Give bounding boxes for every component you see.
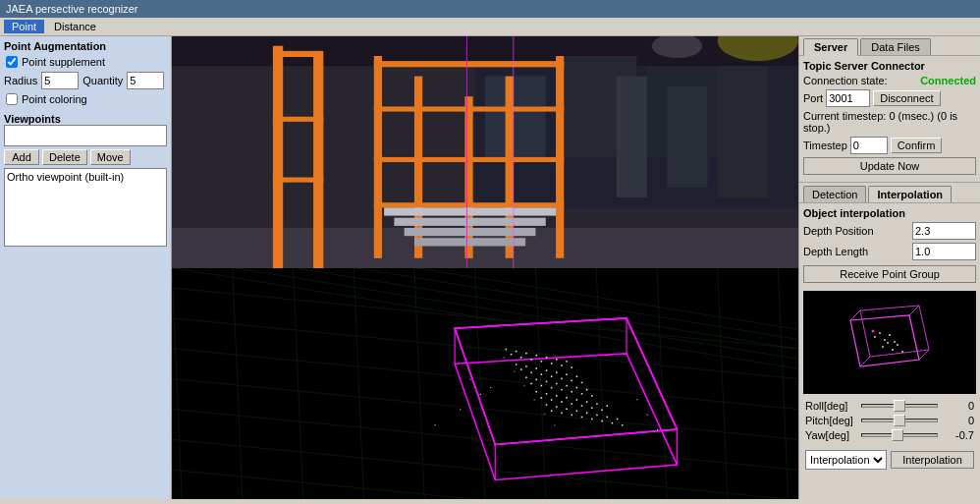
center-area (172, 36, 798, 499)
ortho-viewpoint-label: Ortho viewpoint (built-in) (7, 171, 124, 183)
tab-detection[interactable]: Detection (803, 186, 866, 202)
svg-rect-142 (460, 409, 461, 410)
point-augmentation-title: Point Augmentation (4, 40, 167, 52)
svg-rect-125 (566, 408, 568, 410)
svg-rect-99 (561, 388, 563, 390)
pitch-row: Pitch[deg] 0 (805, 415, 974, 426)
pitch-label: Pitch[deg] (805, 415, 859, 426)
svg-rect-21 (273, 46, 283, 268)
update-now-button[interactable]: Update Now (803, 157, 976, 175)
menubar: Point Distance (0, 18, 980, 36)
viewpoints-list[interactable] (4, 125, 167, 146)
svg-rect-94 (535, 378, 537, 380)
menu-distance[interactable]: Distance (46, 20, 104, 33)
quantity-input[interactable] (127, 72, 164, 89)
yaw-row: Yaw[deg] -0.7 (805, 429, 974, 441)
svg-rect-115 (581, 405, 583, 407)
svg-rect-143 (435, 423, 436, 424)
svg-rect-72 (546, 356, 548, 358)
svg-rect-132 (601, 420, 603, 421)
delete-button[interactable]: Delete (42, 149, 87, 165)
svg-rect-122 (551, 410, 553, 412)
svg-rect-111 (561, 401, 563, 403)
add-button[interactable]: Add (4, 149, 39, 165)
radius-input[interactable] (41, 72, 79, 89)
svg-rect-77 (571, 366, 572, 368)
svg-rect-26 (617, 77, 647, 197)
svg-rect-89 (571, 379, 572, 381)
svg-rect-66 (516, 350, 517, 352)
move-button[interactable]: Move (90, 149, 131, 165)
svg-rect-108 (546, 393, 548, 395)
svg-point-161 (889, 334, 891, 336)
svg-rect-131 (596, 414, 598, 416)
svg-rect-129 (586, 412, 588, 414)
roll-slider[interactable] (861, 404, 938, 408)
camera-view (172, 36, 798, 268)
svg-rect-120 (606, 405, 608, 407)
svg-rect-93 (530, 382, 532, 384)
svg-rect-65 (511, 353, 513, 355)
roll-thumb[interactable] (894, 400, 905, 412)
svg-point-159 (879, 332, 881, 334)
svg-rect-5 (485, 77, 546, 157)
connection-value: Connected (920, 75, 976, 86)
viewpoints-box: Ortho viewpoint (built-in) (4, 168, 167, 247)
connection-label: Connection state: (803, 75, 888, 86)
svg-rect-117 (591, 407, 593, 409)
svg-rect-138 (480, 394, 481, 395)
svg-rect-147 (523, 384, 525, 386)
svg-rect-88 (566, 373, 568, 375)
pitch-slider[interactable] (861, 419, 938, 422)
timestep-input[interactable] (850, 137, 888, 154)
svg-rect-104 (586, 388, 588, 390)
radius-row: Radius Quantity (4, 72, 167, 89)
svg-rect-16 (374, 202, 564, 207)
svg-rect-144 (657, 429, 658, 430)
svg-rect-15 (374, 157, 564, 162)
yaw-slider[interactable] (861, 433, 938, 437)
depth-position-input[interactable] (912, 222, 976, 240)
svg-rect-18 (394, 218, 545, 226)
point-supplement-checkbox[interactable] (6, 56, 18, 68)
tab-interpolation[interactable]: Interpolation (868, 186, 952, 202)
svg-point-162 (894, 341, 896, 343)
port-input[interactable] (826, 89, 870, 107)
svg-rect-103 (581, 393, 583, 395)
svg-rect-74 (556, 359, 558, 361)
point-coloring-checkbox[interactable] (6, 93, 18, 105)
point-supplement-row: Point supplement (4, 56, 167, 68)
mode-select[interactable]: Interpolation (805, 450, 887, 470)
timestep-label: Timestep (803, 140, 847, 151)
yaw-thumb[interactable] (892, 429, 903, 441)
tab-server[interactable]: Server (803, 38, 858, 56)
depth-length-input[interactable] (912, 243, 976, 260)
server-section: Topic Server Connector Connection state:… (799, 56, 980, 183)
svg-point-167 (901, 351, 903, 353)
interpolation-button[interactable]: Interpolation (891, 451, 974, 469)
svg-rect-139 (490, 386, 491, 387)
pitch-thumb[interactable] (894, 415, 905, 426)
menu-point[interactable]: Point (4, 20, 44, 33)
svg-rect-109 (551, 399, 553, 401)
svg-rect-123 (556, 406, 558, 408)
svg-rect-148 (533, 399, 535, 401)
disconnect-button[interactable]: Disconnect (873, 90, 940, 106)
svg-rect-136 (622, 423, 624, 425)
roll-label: Roll[deg] (805, 400, 859, 412)
viewpoints-btn-row: Add Delete Move (4, 149, 167, 165)
confirm-button[interactable]: Confirm (891, 138, 943, 153)
radius-label: Radius (4, 75, 37, 86)
tab-data-files[interactable]: Data Files (860, 38, 931, 55)
depth-length-label: Depth Length (803, 246, 868, 257)
current-timestep-text: Current timestep: 0 (msec.) (0 is stop.) (803, 110, 976, 134)
svg-rect-19 (405, 228, 536, 236)
svg-rect-84 (546, 369, 548, 371)
svg-rect-141 (647, 414, 648, 415)
receive-point-group-button[interactable]: Receive Point Group (803, 265, 976, 283)
svg-rect-134 (612, 421, 614, 423)
svg-rect-137 (470, 378, 471, 379)
svg-rect-87 (561, 377, 563, 379)
svg-rect-101 (571, 390, 572, 392)
svg-rect-28 (718, 66, 768, 197)
